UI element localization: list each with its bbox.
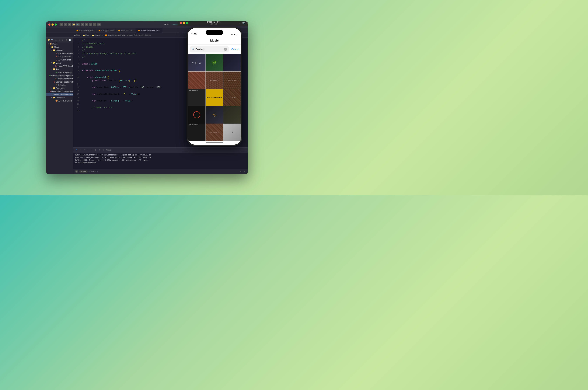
step-into-icon[interactable]: ↓ (87, 148, 90, 151)
tree-item-views[interactable]: ▼ 📁 Views (46, 61, 73, 64)
album-cell-7[interactable]: NO MAKE UP (188, 89, 206, 106)
album-cell-3[interactable] (224, 54, 241, 72)
tree-item-launchscreen[interactable]: ▦ LaunchScreen.storyboard (46, 74, 73, 77)
album-cell-4[interactable] (188, 72, 206, 89)
folder-icon-controllers: 📁 (53, 87, 55, 89)
swift-icon-imagecvcell: S (55, 65, 57, 67)
tree-item-imagecvcell[interactable]: S ImageCVCell.swift (46, 64, 73, 68)
continue-icon[interactable]: ▶ (94, 148, 97, 151)
debug-blue-icon: ■ (75, 148, 78, 151)
folder-icon[interactable]: 📁 (72, 23, 75, 26)
debug-views-icon[interactable]: ⊞ (98, 148, 101, 151)
album-cell-12[interactable] (224, 106, 241, 124)
sim-minimize[interactable] (183, 22, 185, 24)
tree-item-infoplist[interactable]: P Info.plist (46, 83, 73, 87)
tree-item-music-root[interactable]: ▼ 📦 Music (46, 43, 73, 46)
tree-item-controllers[interactable]: ▼ 📁 Controllers (46, 87, 73, 90)
tree-label: Music (54, 46, 59, 48)
album-cell-9[interactable]: COLDIAC (224, 89, 241, 106)
album-cell-15[interactable]: ✦ (224, 124, 241, 141)
minimize-button[interactable] (51, 23, 54, 26)
storyboard-icon-launch: ▦ (49, 74, 51, 77)
search-icon[interactable]: 🔍 (76, 23, 80, 26)
filter-button[interactable]: ⊞ Filter (79, 170, 88, 173)
swift-icon-homevm: S (52, 93, 54, 96)
sim-os-version: iOS 16.2 (189, 23, 238, 25)
navigator-test-icon[interactable]: ◇ (58, 38, 61, 41)
breakpoint-icon[interactable]: ⊕ (81, 23, 84, 26)
swift-icon-appdelegate: S (55, 77, 57, 80)
album-cell-5[interactable]: COLDIAC (206, 72, 223, 89)
step-over-icon[interactable]: ↷ (83, 148, 86, 151)
search-cancel-button[interactable]: Cancel (231, 48, 239, 51)
tree-item-music-sub[interactable]: ▼ 📁 Music (46, 46, 73, 49)
stop-icon[interactable]: ■ (97, 23, 101, 26)
share-icon[interactable]: □ (93, 23, 96, 26)
sim-maximize[interactable] (186, 22, 188, 24)
navigator-report-icon[interactable]: 📄 (68, 38, 71, 41)
storyboard-icon-main: ▦ (55, 71, 58, 74)
album-cell-6[interactable]: COLDIAC (224, 72, 241, 89)
battery-icon: ▮ (236, 33, 238, 36)
add-button[interactable]: + (75, 170, 78, 173)
album-cell-14[interactable]: COLDIAC (206, 124, 223, 141)
nav-forward-icon[interactable]: › (68, 23, 71, 26)
navigator-breakpoint-icon[interactable]: ⊕ (65, 38, 68, 41)
search-clear-button[interactable]: ✕ (224, 48, 227, 51)
album-cell-2[interactable]: 🌿 (206, 54, 223, 72)
tab-apiservices[interactable]: 🟠 APIServices.swift (74, 28, 96, 33)
debug-app-label: Music (106, 149, 111, 151)
tab-apiclient[interactable]: 🟠 APIClient.swift (116, 28, 136, 33)
album-cell-10[interactable] (188, 106, 206, 124)
navigator-files-icon[interactable]: 📁 (47, 38, 50, 41)
search-bar[interactable]: 🔍 Coldiac ✕ Cancel (188, 45, 241, 54)
navigator-issues-icon[interactable]: ⚠ (54, 38, 57, 41)
warning-icon[interactable]: ⚠ (85, 23, 88, 26)
tree-item-homevm[interactable]: S HomeViewModel.swift (46, 93, 73, 96)
swift-icon-homevc: S (49, 90, 51, 93)
tree-item-scenedelegate[interactable]: S SceneDelegate.swift (46, 80, 73, 83)
music-album-grid: v ◎ w 🌿 COLDIAC (188, 54, 241, 141)
tree-item-homevc[interactable]: S HomeViewController.swift (46, 90, 73, 93)
pause-icon[interactable]: ⏸ (79, 148, 82, 151)
sim-window-icon[interactable]: ⊞ (247, 22, 248, 24)
tree-label: Views (56, 62, 61, 64)
status-time: 1:39 (191, 33, 197, 36)
tree-item-resources[interactable]: ▼ 📁 Resources (46, 96, 73, 99)
folder-icon-music-sub: 📁 (51, 46, 54, 49)
dynamic-island (206, 30, 223, 35)
nav-back-icon[interactable]: ‹ (64, 23, 67, 26)
swift-file-icon: 🟠 (76, 30, 78, 31)
sim-close[interactable] (180, 22, 182, 24)
sim-home-icon[interactable]: ⌂ (239, 22, 241, 24)
album-cell-8[interactable]: Ana Villanueva (206, 89, 223, 106)
tree-item-app[interactable]: ▼ 📁 App (46, 68, 73, 71)
search-input-wrap[interactable]: 🔍 Coldiac ✕ (190, 46, 229, 52)
tree-item-apiclient[interactable]: S APIClient.swift (46, 58, 73, 61)
tree-item-appdelegate[interactable]: S AppDelegate.swift (46, 77, 73, 80)
navigator-debug-icon[interactable]: ▶ (61, 38, 64, 41)
close-button[interactable] (48, 23, 50, 26)
step-out-icon[interactable]: ↑ (90, 148, 93, 151)
sim-window-title: iPhone 14 Pro (189, 21, 238, 23)
memory-icon[interactable]: ◈ (102, 148, 105, 151)
status-bar: 1:39 ··· ▲ ▮ (188, 28, 241, 37)
tab-homeviewmodel[interactable]: 🟠 HomeViewModel.swift (136, 28, 162, 33)
tree-item-mainstoryboard[interactable]: ▦ Main.storyboard (46, 71, 73, 74)
album-cell-1[interactable]: v ◎ w (188, 54, 206, 72)
expand-arrow: ▼ (47, 43, 49, 45)
sim-traffic-lights (180, 22, 188, 24)
album-cell-11[interactable]: 🤸 (206, 106, 223, 124)
iphone-screen: 1:39 ··· ▲ ▮ Music 🔍 Co (188, 28, 241, 145)
tab-apitypes[interactable]: 🟠 APITypes.swift (96, 28, 116, 33)
tree-item-apiservices[interactable]: S APIServices.swift (46, 52, 73, 55)
tree-item-assets[interactable]: 🎨 Assets.xcassets (46, 99, 73, 102)
navigator-search-icon[interactable]: 🔍 (51, 38, 54, 41)
tree-item-apitypes[interactable]: S APITypes.swift (46, 55, 73, 58)
maximize-button[interactable] (55, 23, 57, 26)
compass-icon[interactable]: ◎ (89, 23, 92, 26)
album-cell-13[interactable]: NO MAKE UP (188, 124, 206, 141)
tree-item-services[interactable]: ▼ 📁 Services (46, 49, 73, 52)
sidebar-toggle-icon[interactable]: ⊞ (60, 23, 63, 26)
sim-screenshot-icon[interactable]: 📷 (242, 22, 245, 24)
